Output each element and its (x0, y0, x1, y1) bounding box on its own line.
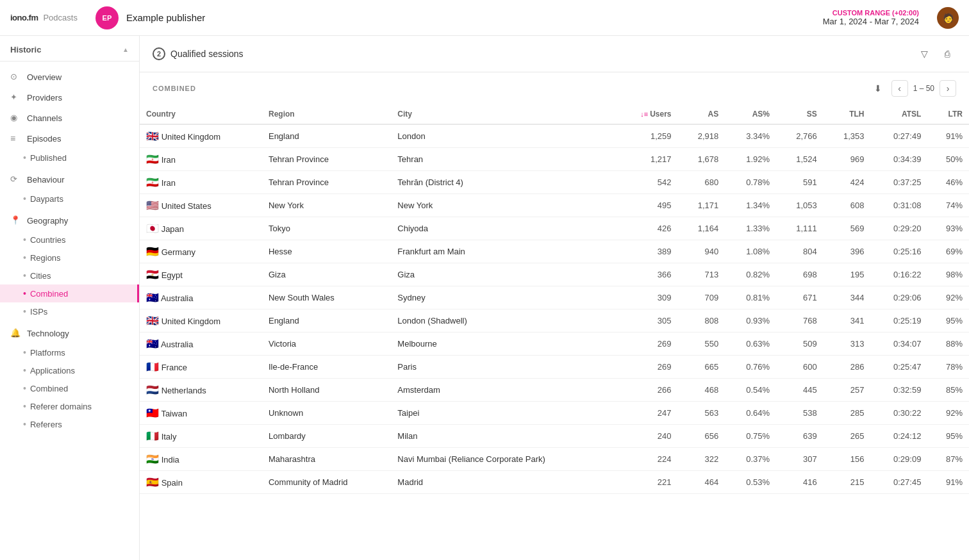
sidebar-item-label: Providers (27, 93, 62, 103)
cell-city: Frankfurt am Main (391, 240, 616, 263)
qualified-sessions-icon: 2 (153, 47, 165, 60)
cell-as: 680 (678, 171, 725, 194)
cell-city: Chiyoda (391, 217, 616, 240)
cell-as-pct: 0.82% (725, 263, 776, 286)
cell-region: England (262, 309, 391, 333)
sidebar-item-published[interactable]: Published (0, 149, 139, 167)
sidebar-divider (0, 61, 139, 62)
country-flag: 🇬🇧 (146, 131, 159, 142)
cell-as: 468 (678, 379, 725, 402)
table-row: 🇬🇧 United Kingdom England London (Shadwe… (140, 309, 969, 333)
cell-country: 🇬🇧 United Kingdom (140, 309, 262, 333)
sidebar-item-combined-geo[interactable]: Combined (0, 284, 139, 302)
cell-as-pct: 0.54% (725, 379, 776, 402)
cell-as-pct: 3.34% (725, 124, 776, 148)
sidebar-item-geography[interactable]: 📍 Geography (0, 210, 139, 231)
col-region: Region (262, 104, 391, 124)
cell-atsl: 0:31:08 (870, 194, 927, 217)
sidebar-item-applications[interactable]: Applications (0, 361, 139, 379)
table-row: 🇪🇬 Egypt Giza Giza 366 713 0.82% 698 195… (140, 263, 969, 286)
next-page-button[interactable]: › (940, 80, 956, 97)
country-name: Iran (162, 178, 176, 188)
table-row: 🇮🇷 Iran Tehran Province Tehran 1,217 1,6… (140, 148, 969, 171)
table-header-row: Country Region City ↓≡Users AS AS% SS TL… (140, 104, 969, 124)
cell-ltr: 95% (927, 425, 969, 448)
cell-tlh: 215 (824, 471, 871, 494)
sidebar-item-technology[interactable]: 🔔 Technology (0, 323, 139, 343)
sidebar-item-overview[interactable]: ⊙ Overview (0, 67, 139, 87)
cell-ltr: 78% (927, 356, 969, 379)
col-as[interactable]: AS (678, 104, 725, 124)
cell-atsl: 0:29:09 (870, 448, 927, 471)
cell-city: Milan (391, 425, 616, 448)
sidebar-item-platforms[interactable]: Platforms (0, 343, 139, 361)
technology-icon: 🔔 (10, 328, 21, 338)
sidebar-item-label: Geography (27, 216, 68, 226)
avatar: 🧑 (937, 7, 959, 29)
cell-ltr: 69% (927, 240, 969, 263)
country-name: Japan (162, 224, 184, 234)
cell-tlh: 424 (824, 171, 871, 194)
table-row: 🇯🇵 Japan Tokyo Chiyoda 426 1,164 1.33% 1… (140, 217, 969, 240)
cell-city: Amsterdam (391, 379, 616, 402)
podcasts-label: Podcasts (43, 13, 77, 22)
download-button[interactable]: ⬇ (870, 80, 886, 97)
sidebar-item-cities[interactable]: Cities (0, 267, 139, 284)
date-range: CUSTOM RANGE (+02:00) Mar 1, 2024 - Mar … (823, 9, 919, 26)
cell-city: Navi Mumbai (Reliance Corporate Park) (391, 448, 616, 471)
col-ss[interactable]: SS (776, 104, 824, 124)
country-flag: 🇪🇸 (146, 477, 159, 488)
cell-as-pct: 0.53% (725, 471, 776, 494)
cell-region: Tokyo (262, 217, 391, 240)
cell-country: 🇳🇱 Netherlands (140, 379, 262, 402)
cell-country: 🇹🇼 Taiwan (140, 402, 262, 425)
sidebar-item-behaviour[interactable]: ⟳ Behaviour (0, 169, 139, 190)
sidebar-item-episodes[interactable]: ≡ Episodes (0, 128, 139, 149)
cell-as: 2,918 (678, 124, 725, 148)
cell-country: 🇮🇳 India (140, 448, 262, 471)
cell-ltr: 92% (927, 286, 969, 309)
col-as-pct[interactable]: AS% (725, 104, 776, 124)
sidebar-item-providers[interactable]: ✦ Providers (0, 87, 139, 108)
table-row: 🇮🇹 Italy Lombardy Milan 240 656 0.75% 63… (140, 425, 969, 448)
cell-region: Hesse (262, 240, 391, 263)
sidebar-item-referers[interactable]: Referers (0, 415, 139, 433)
print-button[interactable]: ⎙ (938, 45, 956, 63)
cell-users: 269 (617, 333, 678, 356)
col-atsl[interactable]: ATSL (870, 104, 927, 124)
prev-page-button[interactable]: ‹ (891, 80, 908, 97)
sidebar-item-combined-tech[interactable]: Combined (0, 379, 139, 397)
cell-tlh: 344 (824, 286, 871, 309)
sidebar-item-isps[interactable]: ISPs (0, 302, 139, 320)
cell-ss: 538 (776, 402, 824, 425)
cell-ss: 591 (776, 171, 824, 194)
cell-atsl: 0:29:06 (870, 286, 927, 309)
cell-region: Tehran Province (262, 148, 391, 171)
cell-as: 808 (678, 309, 725, 333)
cell-region: Lombardy (262, 425, 391, 448)
cell-city: London (391, 124, 616, 148)
cell-ltr: 50% (927, 148, 969, 171)
cell-as: 1,678 (678, 148, 725, 171)
cell-ltr: 91% (927, 471, 969, 494)
cell-users: 366 (617, 263, 678, 286)
cell-as: 713 (678, 263, 725, 286)
country-flag: 🇯🇵 (146, 223, 159, 234)
cell-as-pct: 0.37% (725, 448, 776, 471)
sidebar-item-referer-domains[interactable]: Referer domains (0, 397, 139, 415)
country-flag: 🇬🇧 (146, 315, 159, 326)
country-flag: 🇮🇷 (146, 154, 159, 165)
overview-icon: ⊙ (10, 72, 21, 82)
sidebar-item-dayparts[interactable]: Dayparts (0, 190, 139, 208)
country-flag: 🇺🇸 (146, 200, 159, 211)
filter-button[interactable]: ▽ (915, 45, 933, 63)
col-ltr[interactable]: LTR (927, 104, 969, 124)
table-row: 🇪🇸 Spain Community of Madrid Madrid 221 … (140, 471, 969, 494)
col-tlh[interactable]: TLH (824, 104, 871, 124)
sidebar-item-countries[interactable]: Countries (0, 231, 139, 249)
sidebar-item-regions[interactable]: Regions (0, 249, 139, 267)
sidebar-item-channels[interactable]: ◉ Channels (0, 108, 139, 128)
table-row: 🇦🇺 Australia New South Wales Sydney 309 … (140, 286, 969, 309)
col-users[interactable]: ↓≡Users (617, 104, 678, 124)
country-name: United Kingdom (162, 132, 221, 142)
